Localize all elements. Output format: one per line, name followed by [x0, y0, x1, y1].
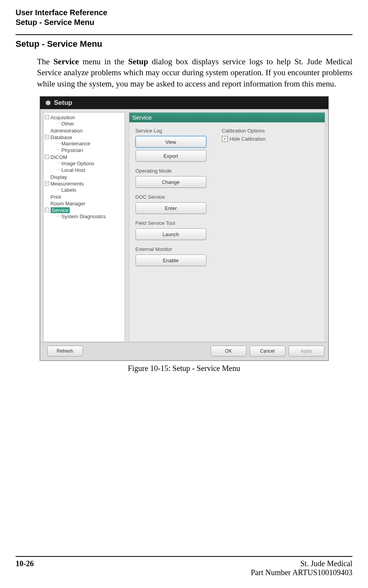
- refresh-button[interactable]: Refresh: [47, 346, 83, 357]
- cancel-button[interactable]: Cancel: [250, 346, 285, 357]
- field-service-tool-section: Field Service Tool Launch: [136, 220, 206, 240]
- intro-paragraph: The Service menu in the Setup dialog box…: [37, 56, 352, 89]
- gear-icon: [44, 99, 51, 106]
- footer-right: St. Jude Medical Part Number ARTUS100109…: [251, 559, 352, 577]
- tree-item-administration[interactable]: Administration: [45, 127, 123, 134]
- tree-item-database-maintenance[interactable]: Maintenance: [56, 140, 123, 147]
- page-number: 10-26: [16, 559, 34, 577]
- operating-mode-label: Operating Mode: [136, 168, 206, 174]
- hide-calibration-label: Hide Calibration: [230, 136, 266, 142]
- setup-dialog-screenshot: Setup −Acquisition Other Administration …: [40, 96, 329, 361]
- footer-part-number: Part Number ARTUS100109403: [251, 568, 352, 577]
- export-button[interactable]: Export: [136, 150, 206, 162]
- apply-button[interactable]: Apply: [289, 346, 324, 357]
- view-button[interactable]: View: [136, 136, 206, 148]
- dialog-footer: Refresh OK Cancel Apply: [40, 342, 328, 360]
- tree-item-print[interactable]: Print: [45, 194, 123, 200]
- footer-company: St. Jude Medical: [251, 559, 352, 568]
- tree-item-room-manager[interactable]: Room Manager: [45, 200, 123, 207]
- tree-item-database[interactable]: −Database Maintenance Physician: [45, 134, 123, 154]
- footer-row: 10-26 St. Jude Medical Part Number ARTUS…: [16, 559, 352, 577]
- collapse-icon[interactable]: −: [45, 115, 49, 119]
- footer-rule: [16, 556, 352, 557]
- ok-button[interactable]: OK: [211, 346, 247, 357]
- page-footer: 10-26 St. Jude Medical Part Number ARTUS…: [16, 553, 352, 577]
- collapse-icon[interactable]: −: [45, 208, 49, 212]
- doc-service-section: DOC Service Enter: [136, 194, 206, 214]
- dialog-title: Setup: [54, 99, 72, 107]
- header-line-1: User Interface Reference: [16, 8, 352, 18]
- field-service-tool-label: Field Service Tool: [136, 220, 206, 226]
- tree-item-acquisition[interactable]: −Acquisition Other: [45, 114, 123, 127]
- change-button[interactable]: Change: [136, 176, 206, 188]
- service-log-label: Service Log: [136, 128, 206, 134]
- tree-item-service[interactable]: −Service System Diagnostics: [45, 207, 123, 220]
- collapse-icon[interactable]: −: [45, 181, 49, 185]
- header-line-2: Setup - Service Menu: [16, 18, 352, 27]
- collapse-icon[interactable]: −: [45, 155, 49, 159]
- header-rule: [16, 34, 352, 35]
- tree-item-measurements-labels[interactable]: Labels: [56, 187, 123, 193]
- content-left-column: Service Log View Export Operating Mode C…: [136, 128, 206, 272]
- tree-item-dicom-local-host[interactable]: Local Host: [56, 167, 123, 173]
- tree-item-database-physician[interactable]: Physician: [56, 147, 123, 154]
- tree-item-system-diagnostics[interactable]: System Diagnostics: [56, 213, 123, 220]
- nav-tree-pane: −Acquisition Other Administration −Datab…: [43, 112, 125, 342]
- content-body: Service Log View Export Operating Mode C…: [129, 122, 325, 278]
- tree-item-display[interactable]: Display: [45, 174, 123, 180]
- hide-calibration-checkbox[interactable]: ✓ Hide Calibration: [222, 136, 266, 142]
- content-right-column: Calibration Options ✓ Hide Calibration: [222, 128, 266, 272]
- enable-button[interactable]: Enable: [136, 254, 206, 266]
- content-pane-title: Service: [129, 113, 325, 122]
- external-monitor-label: External Monitor: [136, 246, 206, 252]
- operating-mode-section: Operating Mode Change: [136, 168, 206, 188]
- launch-button[interactable]: Launch: [136, 228, 206, 240]
- tree-item-dicom-image-options[interactable]: Image Options: [56, 160, 123, 167]
- external-monitor-section: External Monitor Enable: [136, 246, 206, 266]
- checkbox-icon: ✓: [222, 136, 228, 142]
- nav-tree: −Acquisition Other Administration −Datab…: [45, 114, 123, 220]
- tree-item-acquisition-other[interactable]: Other: [56, 120, 123, 127]
- document-page: User Interface Reference Setup - Service…: [0, 0, 368, 588]
- enter-button[interactable]: Enter: [136, 202, 206, 214]
- service-log-section: Service Log View Export: [136, 128, 206, 162]
- calibration-options-label: Calibration Options: [222, 128, 266, 134]
- dialog-body: −Acquisition Other Administration −Datab…: [40, 109, 328, 342]
- tree-item-measurements[interactable]: −Measurements Labels: [45, 180, 123, 194]
- tree-item-dicom[interactable]: −DICOM Image Options Local Host: [45, 154, 123, 174]
- content-pane: Service Service Log View Export Operatin…: [129, 112, 325, 342]
- doc-service-label: DOC Service: [136, 194, 206, 200]
- dialog-titlebar: Setup: [40, 97, 328, 109]
- section-heading: Setup - Service Menu: [16, 39, 352, 49]
- figure-caption: Figure 10-15: Setup - Service Menu: [16, 364, 352, 373]
- page-header: User Interface Reference Setup - Service…: [16, 8, 352, 34]
- collapse-icon[interactable]: −: [45, 135, 49, 139]
